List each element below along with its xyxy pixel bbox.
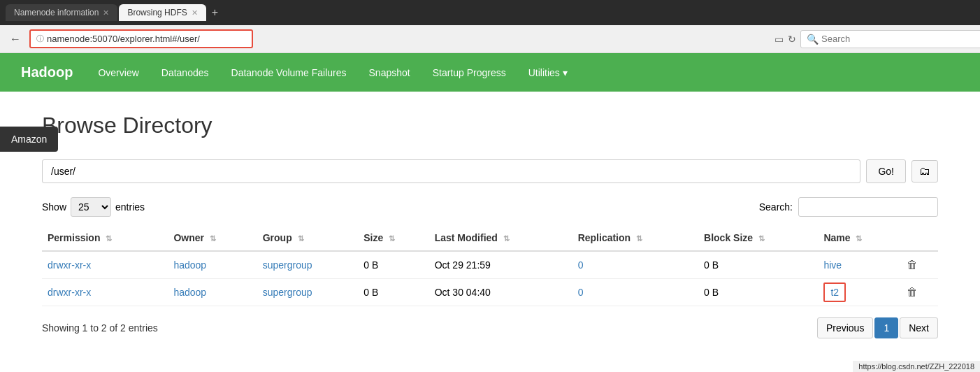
amazon-label: Amazon <box>11 134 47 145</box>
nav-startup-progress[interactable]: Startup Progress <box>421 55 517 91</box>
folder-button[interactable]: 🗂 <box>911 160 938 183</box>
delete-icon[interactable]: 🗑 <box>907 286 918 298</box>
search-icon: 🔍 <box>807 34 819 45</box>
data-table: Permission ⇅ Owner ⇅ Group ⇅ Size ⇅ <box>42 225 938 306</box>
table-header-row: Permission ⇅ Owner ⇅ Group ⇅ Size ⇅ <box>42 225 938 251</box>
page-title: Browse Directory <box>42 113 938 138</box>
main-content: Browse Directory Go! 🗂 Show 10 25 50 100… <box>0 92 980 359</box>
cell-group: supergroup <box>257 251 359 279</box>
entries-select[interactable]: 10 25 50 100 <box>71 197 111 217</box>
page-1-button[interactable]: 1 <box>874 317 898 338</box>
go-button[interactable]: Go! <box>866 159 906 183</box>
replication-link[interactable]: 0 <box>578 287 584 298</box>
tab-close-namenode[interactable]: ✕ <box>103 8 109 17</box>
chevron-down-icon: ▾ <box>563 67 568 78</box>
sort-permission-icon[interactable]: ⇅ <box>106 234 112 243</box>
browser-search-bar[interactable]: 🔍 <box>800 30 980 48</box>
name-link-highlighted[interactable]: t2 <box>823 282 846 302</box>
search-label: Search: <box>759 201 793 213</box>
tab-label: Browsing HDFS <box>127 8 187 17</box>
table-search: Search: <box>759 197 938 217</box>
nav-overview[interactable]: Overview <box>87 55 150 91</box>
cell-name: hive <box>818 251 900 279</box>
cell-replication: 0 <box>572 279 698 306</box>
col-replication: Replication ⇅ <box>572 225 698 251</box>
cell-block-size: 0 B <box>698 251 818 279</box>
address-box[interactable]: ⓘ namenode:50070/explorer.html#/user/ <box>29 29 253 48</box>
tab-close-hdfs[interactable]: ✕ <box>192 8 198 17</box>
sort-replication-icon[interactable]: ⇅ <box>636 234 642 243</box>
table-footer: Showing 1 to 2 of 2 entries Previous 1 N… <box>42 317 938 338</box>
col-owner: Owner ⇅ <box>168 225 257 251</box>
col-permission: Permission ⇅ <box>42 225 168 251</box>
table-search-input[interactable] <box>798 197 938 217</box>
path-bar: Go! 🗂 <box>42 159 938 183</box>
col-actions <box>901 225 938 251</box>
col-group: Group ⇅ <box>257 225 359 251</box>
owner-link[interactable]: hadoop <box>173 287 206 298</box>
sort-group-icon[interactable]: ⇅ <box>298 234 304 243</box>
hadoop-brand: Hadoop <box>14 53 87 92</box>
name-link[interactable]: hive <box>823 259 842 271</box>
sort-owner-icon[interactable]: ⇅ <box>210 234 216 243</box>
cell-group: supergroup <box>257 279 359 306</box>
cell-permission: drwxr-xr-x <box>42 279 168 306</box>
new-tab-button[interactable]: + <box>208 5 222 20</box>
path-input[interactable] <box>42 159 860 183</box>
cell-delete: 🗑 <box>901 279 938 306</box>
tab-bar: Namenode information ✕ Browsing HDFS ✕ + <box>6 4 222 21</box>
cast-icon[interactable]: ▭ <box>774 34 784 45</box>
owner-link[interactable]: hadoop <box>173 259 206 271</box>
table-row: drwxr-xr-x hadoop supergroup 0 B Oct 29 … <box>42 251 938 279</box>
previous-button[interactable]: Previous <box>817 317 873 338</box>
col-last-modified: Last Modified ⇅ <box>429 225 572 251</box>
cell-last-modified: Oct 30 04:40 <box>429 279 572 306</box>
col-block-size: Block Size ⇅ <box>698 225 818 251</box>
info-icon: ⓘ <box>36 34 44 44</box>
cell-delete: 🗑 <box>901 251 938 279</box>
group-link[interactable]: supergroup <box>263 287 312 298</box>
sort-block-size-icon[interactable]: ⇅ <box>758 234 765 243</box>
show-label: Show <box>42 201 66 213</box>
col-size: Size ⇅ <box>358 225 428 251</box>
permission-link[interactable]: drwxr-xr-x <box>48 287 91 298</box>
refresh-icon[interactable]: ↻ <box>788 34 796 45</box>
cell-permission: drwxr-xr-x <box>42 251 168 279</box>
next-button[interactable]: Next <box>900 317 938 338</box>
permission-link[interactable]: drwxr-xr-x <box>48 259 91 271</box>
table-row: drwxr-xr-x hadoop supergroup 0 B Oct 30 … <box>42 279 938 306</box>
sort-name-icon[interactable]: ⇅ <box>856 234 862 243</box>
showing-text: Showing 1 to 2 of 2 entries <box>42 322 158 334</box>
cell-owner: hadoop <box>168 251 257 279</box>
address-actions: ▭ ↻ 🔍 ☆ ☰ <box>774 30 973 48</box>
group-link[interactable]: supergroup <box>263 259 312 271</box>
cell-owner: hadoop <box>168 279 257 306</box>
cell-size: 0 B <box>358 251 428 279</box>
address-bar-row: ← ⓘ namenode:50070/explorer.html#/user/ … <box>0 25 980 53</box>
nav-datanode-volume-failures[interactable]: Datanode Volume Failures <box>220 55 358 91</box>
nav-utilities[interactable]: Utilities ▾ <box>517 55 579 91</box>
col-name: Name ⇅ <box>818 225 900 251</box>
nav-datanodes[interactable]: Datanodes <box>150 55 220 91</box>
table-controls: Show 10 25 50 100 entries Search: <box>42 197 938 217</box>
browser-chrome: Namenode information ✕ Browsing HDFS ✕ + <box>0 0 980 25</box>
address-text: namenode:50070/explorer.html#/user/ <box>47 34 200 44</box>
cell-replication: 0 <box>572 251 698 279</box>
sort-last-modified-icon[interactable]: ⇅ <box>503 234 510 243</box>
browser-search-input[interactable] <box>821 34 980 44</box>
cell-name: t2 <box>818 279 900 306</box>
amazon-panel: Amazon <box>0 127 58 152</box>
pagination: Previous 1 Next <box>817 317 938 338</box>
tab-browsing-hdfs[interactable]: Browsing HDFS ✕ <box>119 4 206 21</box>
hadoop-navbar: Hadoop Overview Datanodes Datanode Volum… <box>0 53 980 92</box>
tab-label: Namenode information <box>14 8 99 17</box>
delete-icon[interactable]: 🗑 <box>907 259 918 271</box>
back-button[interactable]: ← <box>7 31 24 47</box>
tab-namenode-info[interactable]: Namenode information ✕ <box>6 4 117 21</box>
cell-block-size: 0 B <box>698 279 818 306</box>
nav-snapshot[interactable]: Snapshot <box>358 55 421 91</box>
entries-label: entries <box>115 201 145 213</box>
show-entries: Show 10 25 50 100 entries <box>42 197 145 217</box>
replication-link[interactable]: 0 <box>578 259 584 271</box>
sort-size-icon[interactable]: ⇅ <box>389 234 395 243</box>
